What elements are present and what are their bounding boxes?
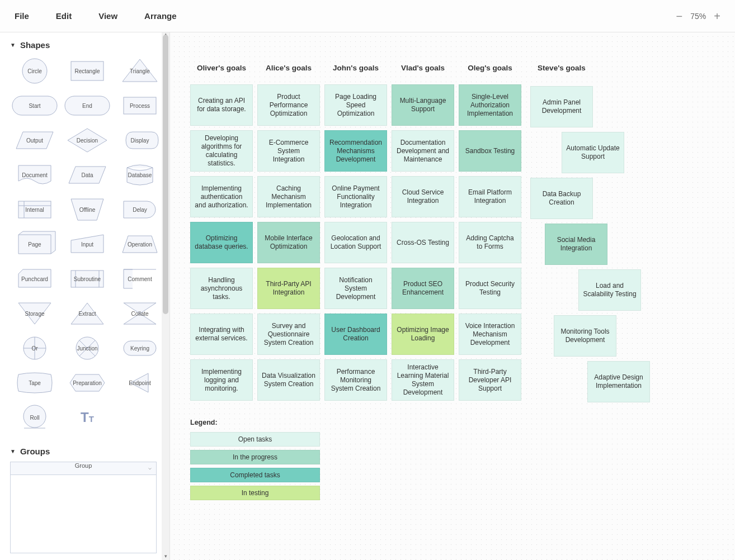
shape-page[interactable]: Page	[10, 229, 59, 260]
shape-database[interactable]: Database	[115, 159, 164, 191]
groups-section-toggle[interactable]: ▼ Groups	[10, 447, 163, 456]
task-card[interactable]: Voice Interaction Mechanism Development	[459, 314, 521, 355]
task-card[interactable]: Data Visualization System Creation	[257, 359, 320, 401]
task-card[interactable]: User Dashboard Creation	[324, 314, 387, 355]
svg-rect-15	[124, 341, 156, 355]
legend-row: Completed tasks	[190, 468, 320, 482]
task-card[interactable]: Performance Monitoring System Creation	[324, 359, 387, 401]
task-card[interactable]: Single-Level Authorization Implementatio…	[459, 84, 521, 126]
task-card[interactable]: Third-Party Developer API Support	[459, 359, 521, 401]
task-card[interactable]: Optimizing Image Loading	[392, 314, 454, 355]
shape-data[interactable]: Data	[63, 159, 112, 191]
menu-edit[interactable]: Edit	[56, 11, 72, 21]
task-card[interactable]: Email Platform Integration	[459, 176, 521, 217]
task-card[interactable]: Adaptive Design Implementation	[587, 361, 650, 402]
canvas-wrap: Oliver's goalsCreating an API for data s…	[170, 32, 735, 560]
column-header: Alice's goals	[257, 64, 320, 72]
zoom-controls: − 75% +	[676, 11, 720, 22]
menu-view[interactable]: View	[98, 11, 117, 21]
shape-decision[interactable]: Decision	[63, 125, 112, 156]
shape-junction[interactable]: Junction	[63, 333, 112, 364]
legend-title: Legend:	[190, 419, 735, 426]
task-card[interactable]: Data Backup Creation	[530, 178, 593, 219]
task-card[interactable]: Third-Party API Integration	[257, 268, 320, 309]
shape-preparation[interactable]: Preparation	[63, 367, 112, 398]
shape-display[interactable]: Display	[115, 125, 164, 156]
task-card[interactable]: Sandbox Testing	[459, 130, 521, 172]
shape-punchcard[interactable]: Punchcard	[10, 263, 59, 295]
task-card[interactable]: Interactive Learning Material System Dev…	[392, 359, 454, 401]
text-tool[interactable]: TT	[63, 402, 112, 433]
svg-rect-3	[18, 201, 51, 218]
chevron-down-icon: ▼	[10, 448, 16, 454]
group-select[interactable]: Group ⌵	[10, 462, 157, 475]
task-card[interactable]: Developing algorithms for calculating st…	[190, 130, 253, 172]
shape-extract[interactable]: Extract	[63, 298, 112, 329]
task-card[interactable]: Cloud Service Integration	[392, 176, 454, 217]
shape-circle[interactable]: Circle	[10, 55, 59, 87]
legend-row: Open tasks	[190, 432, 320, 447]
shape-start[interactable]: Start	[10, 90, 59, 121]
task-card[interactable]: Product SEO Enhancement	[392, 268, 454, 309]
task-card[interactable]: Adding Captcha to Forms	[459, 222, 521, 263]
shape-internal[interactable]: Internal	[10, 194, 59, 225]
task-card[interactable]: Implementing logging and monitoring.	[190, 359, 253, 401]
legend-row: In the progress	[190, 450, 320, 464]
task-card[interactable]: Mobile Interface Optimization	[257, 222, 320, 263]
task-card[interactable]: Multi-Language Support	[392, 84, 454, 126]
task-card[interactable]: Admin Panel Development	[530, 86, 593, 127]
task-card[interactable]: Product Security Testing	[459, 268, 521, 309]
task-card[interactable]: Load and Scalability Testing	[578, 269, 641, 311]
task-card[interactable]: Handling asynchronous tasks.	[190, 268, 253, 309]
shape-roll[interactable]: Roll	[10, 402, 59, 433]
shape-collate[interactable]: Collate	[115, 298, 164, 329]
canvas[interactable]: Oliver's goalsCreating an API for data s…	[170, 32, 735, 560]
menu-arrange[interactable]: Arrange	[144, 11, 177, 21]
menu-file[interactable]: File	[15, 11, 29, 21]
task-card[interactable]: Implementing authentication and authoriz…	[190, 176, 253, 217]
shape-tape[interactable]: Tape	[10, 367, 59, 398]
task-card[interactable]: Social Media Integration	[545, 224, 607, 265]
zoom-in-button[interactable]: +	[714, 11, 720, 22]
task-card[interactable]: Creating an API for data storage.	[190, 84, 253, 126]
scroll-down-icon[interactable]: ▾	[162, 553, 169, 559]
shapes-section-toggle[interactable]: ▼ Shapes	[10, 40, 163, 50]
shape-end[interactable]: End	[63, 90, 112, 121]
task-card[interactable]: Product Performance Optimization	[257, 84, 320, 126]
scrollbar-thumb[interactable]	[163, 35, 168, 314]
task-card[interactable]: Survey and Questionnaire System Creation	[257, 314, 320, 355]
shape-endpoint[interactable]: Endpoint	[115, 367, 164, 398]
task-card[interactable]: Caching Mechanism Implementation	[257, 176, 320, 217]
task-card[interactable]: Optimizing database queries.	[190, 222, 253, 263]
shape-rectangle[interactable]: Rectangle	[63, 55, 112, 87]
shape-triangle[interactable]: Triangle	[115, 55, 164, 87]
shape-storage[interactable]: Storage	[10, 298, 59, 329]
task-card[interactable]: Integrating with external services.	[190, 314, 253, 355]
shape-process[interactable]: Process	[115, 90, 164, 121]
task-card[interactable]: Geolocation and Location Support	[324, 222, 387, 263]
shapes-title: Shapes	[20, 40, 50, 50]
task-card[interactable]: Recommendation Mechanisms Development	[324, 130, 387, 172]
shape-or[interactable]: Or	[10, 333, 59, 364]
task-card[interactable]: Notification System Development	[324, 268, 387, 309]
shape-document[interactable]: Document	[10, 159, 59, 191]
shape-operation[interactable]: Operation	[115, 229, 164, 260]
task-card[interactable]: Online Payment Functionality Integration	[324, 176, 387, 217]
sidebar-scrollbar[interactable]: ▴ ▾	[162, 32, 169, 560]
task-card[interactable]: Cross-OS Testing	[392, 222, 454, 263]
task-card[interactable]: E-Commerce System Integration	[257, 130, 320, 172]
shape-input[interactable]: Input	[63, 229, 112, 260]
task-card[interactable]: Documentation Development and Maintenanc…	[392, 130, 454, 172]
task-card[interactable]: Page Loading Speed Optimization	[324, 84, 387, 126]
task-card[interactable]: Automatic Update Support	[562, 132, 624, 173]
sidebar: ▼ Shapes CircleRectangleTriangleStartEnd…	[0, 32, 170, 560]
zoom-out-button[interactable]: −	[676, 11, 683, 22]
shape-subroutine[interactable]: Subroutine	[63, 263, 112, 295]
shape-output[interactable]: Output	[10, 125, 59, 156]
task-card[interactable]: Monitoring Tools Development	[554, 315, 616, 357]
shape-offline[interactable]: Offline	[63, 194, 112, 225]
column-header: Oleg's goals	[459, 64, 521, 72]
shape-delay[interactable]: Delay	[115, 194, 164, 225]
shape-keyring[interactable]: Keyring	[115, 333, 164, 364]
shape-comment[interactable]: Comment	[115, 263, 164, 295]
